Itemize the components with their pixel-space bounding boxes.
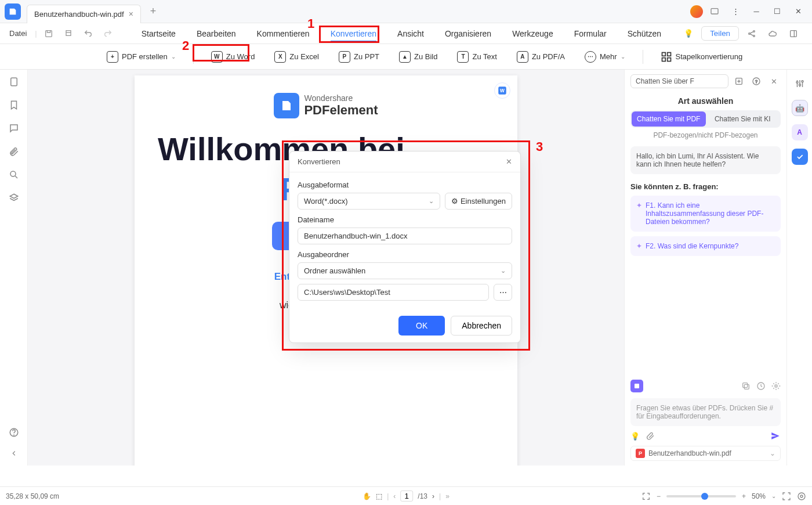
svg-text:?: ? bbox=[755, 79, 757, 84]
folder-label: Ausgabeordner bbox=[298, 250, 512, 259]
menu-view[interactable]: Ansicht bbox=[387, 26, 434, 42]
ai-file-context[interactable]: P Benutzerhandbuch-win.pdf ⌄ bbox=[630, 446, 781, 461]
page-number-input[interactable] bbox=[400, 490, 413, 502]
to-text-button[interactable]: T Zu Text bbox=[452, 49, 501, 65]
to-pdfa-button[interactable]: A Zu PDF/A bbox=[512, 49, 570, 65]
menu-comment[interactable]: Kommentieren bbox=[246, 26, 320, 42]
read-mode-icon[interactable] bbox=[797, 492, 806, 501]
menu-tools[interactable]: Werkzeuge bbox=[502, 26, 564, 42]
sliders-icon[interactable] bbox=[792, 75, 808, 92]
hint-icon[interactable]: 💡 bbox=[630, 432, 640, 441]
menu-protect[interactable]: Schützen bbox=[617, 26, 672, 42]
to-word-button[interactable]: W Zu Word bbox=[206, 49, 260, 65]
cloud-icon[interactable] bbox=[764, 26, 781, 42]
ai-settings-icon[interactable] bbox=[771, 381, 781, 391]
chevron-down-icon[interactable]: ⌄ bbox=[771, 493, 776, 499]
create-pdf-button[interactable]: + PDF erstellen ⌄ bbox=[102, 49, 180, 65]
to-ppt-button[interactable]: P Zu PPT bbox=[334, 49, 384, 65]
ai-history-icon[interactable] bbox=[756, 381, 766, 391]
close-window-icon[interactable]: ✕ bbox=[789, 2, 807, 21]
convert-dialog: Konvertieren ✕ Ausgabeformat Word(*.docx… bbox=[289, 151, 521, 343]
hand-tool-icon[interactable]: ✋ bbox=[362, 492, 371, 500]
ai-header-input[interactable] bbox=[630, 74, 728, 88]
send-icon[interactable] bbox=[770, 431, 781, 441]
ai-chip-icon[interactable] bbox=[630, 380, 643, 392]
last-page-icon[interactable]: » bbox=[445, 492, 449, 500]
search-icon[interactable] bbox=[8, 168, 20, 181]
brand-line1: Wondershare bbox=[304, 93, 378, 103]
undo-icon[interactable] bbox=[80, 26, 96, 42]
page-dimensions: 35,28 x 50,09 cm bbox=[6, 492, 59, 500]
chat-ai-tab[interactable]: Chatten Sie mit KI bbox=[706, 111, 780, 127]
menu-organize[interactable]: Organisieren bbox=[434, 26, 502, 42]
folder-select[interactable]: Ordner auswählen⌄ bbox=[298, 262, 512, 279]
to-image-button[interactable]: ▲ Zu Bild bbox=[394, 49, 442, 65]
close-tab-icon[interactable]: × bbox=[129, 9, 133, 19]
format-select[interactable]: Word(*.docx)⌄ bbox=[298, 193, 440, 210]
cancel-button[interactable]: Abbrechen bbox=[451, 316, 512, 336]
kebab-menu-icon[interactable]: ⋮ bbox=[726, 2, 745, 21]
fit-page-icon[interactable] bbox=[641, 492, 651, 501]
close-panel-icon[interactable]: ✕ bbox=[767, 74, 781, 88]
to-excel-button[interactable]: X Zu Excel bbox=[270, 49, 324, 65]
help-icon[interactable] bbox=[8, 426, 20, 439]
prev-page-icon[interactable]: ‹ bbox=[393, 492, 396, 500]
dialog-close-icon[interactable]: ✕ bbox=[506, 157, 512, 166]
feedback-icon[interactable] bbox=[705, 2, 724, 21]
svg-rect-10 bbox=[662, 57, 665, 61]
chevron-down-icon: ⌄ bbox=[429, 197, 434, 205]
redo-icon[interactable] bbox=[100, 26, 116, 42]
maximize-icon[interactable]: ☐ bbox=[768, 2, 786, 21]
save-icon[interactable] bbox=[41, 26, 57, 42]
filename-input[interactable] bbox=[298, 228, 512, 244]
zoom-in-icon[interactable]: + bbox=[742, 492, 746, 500]
attachments-icon[interactable] bbox=[8, 145, 20, 158]
menu-edit[interactable]: Bearbeiten bbox=[186, 26, 246, 42]
zoom-out-icon[interactable]: − bbox=[657, 492, 661, 500]
collapse-sidebar-icon[interactable] bbox=[8, 447, 20, 460]
menu-home[interactable]: Startseite bbox=[131, 26, 186, 42]
thumbnails-icon[interactable] bbox=[8, 75, 20, 88]
settings-button[interactable]: ⚙ Einstellungen bbox=[445, 193, 512, 210]
document-tab[interactable]: Benutzerhandbuch-win.pdf × bbox=[27, 5, 141, 23]
fullscreen-icon[interactable] bbox=[782, 492, 791, 501]
add-tab-button[interactable]: + bbox=[146, 3, 161, 20]
zoom-value[interactable]: 50% bbox=[752, 492, 766, 500]
lightbulb-icon[interactable]: 💡 bbox=[680, 26, 697, 42]
ok-button[interactable]: OK bbox=[398, 316, 445, 336]
next-page-icon[interactable]: › bbox=[432, 492, 434, 500]
share-button[interactable]: Teilen bbox=[701, 26, 739, 41]
ai-robot-icon[interactable]: 🤖 bbox=[792, 100, 808, 116]
bookmarks-icon[interactable] bbox=[8, 99, 20, 111]
new-chat-icon[interactable] bbox=[732, 74, 746, 88]
ai-copy-icon[interactable] bbox=[741, 381, 751, 391]
comments-icon[interactable] bbox=[8, 122, 20, 135]
svg-point-29 bbox=[799, 84, 800, 86]
ai-suggestion-2[interactable]: ✦F2. Was sind die Kernpunkte? bbox=[630, 236, 781, 256]
zoom-slider[interactable] bbox=[666, 495, 736, 497]
folder-path-input[interactable] bbox=[298, 284, 489, 301]
menu-convert[interactable]: Konvertieren bbox=[320, 26, 387, 42]
check-icon[interactable] bbox=[792, 149, 808, 165]
sparkle-icon: ✦ bbox=[636, 242, 642, 250]
more-button[interactable]: ⋯ Mehr ⌄ bbox=[580, 49, 630, 65]
left-sidebar bbox=[0, 70, 28, 466]
menu-form[interactable]: Formular bbox=[564, 26, 617, 42]
share-link-icon[interactable] bbox=[744, 26, 760, 42]
ai-suggestion-1[interactable]: ✦F1. Kann ich eine Inhaltszusammenfassun… bbox=[630, 196, 781, 232]
user-avatar[interactable] bbox=[690, 5, 703, 18]
layers-icon[interactable] bbox=[8, 192, 20, 204]
panel-toggle-icon[interactable] bbox=[785, 26, 802, 42]
minimize-icon[interactable]: ─ bbox=[747, 2, 766, 21]
file-menu[interactable]: Datei bbox=[5, 27, 31, 40]
ai-input[interactable]: Fragen Sie etwas über PDFs. Drücken Sie … bbox=[630, 398, 781, 426]
batch-convert-button[interactable]: Stapelkonvertierung bbox=[656, 49, 748, 65]
select-tool-icon[interactable]: ⬚ bbox=[376, 492, 382, 500]
attach-icon[interactable] bbox=[646, 431, 655, 441]
browse-button[interactable]: ⋯ bbox=[494, 284, 512, 301]
translate-icon[interactable]: A bbox=[792, 124, 808, 140]
print-icon[interactable] bbox=[60, 26, 77, 42]
chat-pdf-tab[interactable]: Chatten Sie mit PDF bbox=[632, 111, 706, 127]
ai-help-icon[interactable]: ? bbox=[749, 74, 763, 88]
svg-rect-12 bbox=[10, 78, 17, 86]
